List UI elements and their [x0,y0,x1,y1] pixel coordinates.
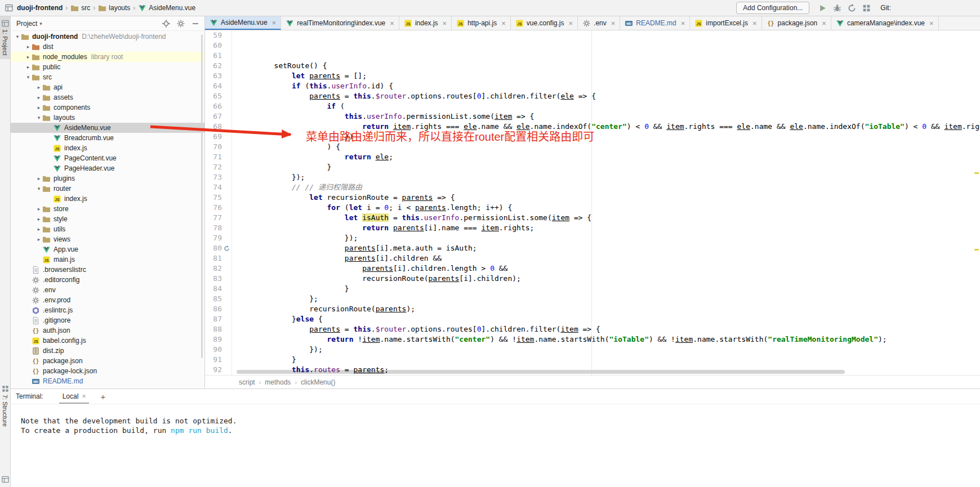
run-icon[interactable] [818,3,827,13]
tree-item-babel-config-js[interactable]: JSbabel.config.js [11,336,204,346]
tab-index-js[interactable]: JSindex.js× [399,16,452,30]
tool-window-button-structure[interactable]: 7: Structure [0,382,10,431]
tree-item-plugins[interactable]: ▸plugins [11,173,204,184]
chevron-right-icon[interactable]: ▸ [35,176,42,181]
tab-close-icon[interactable]: × [681,19,685,28]
line-number: 59 [213,30,222,41]
project-panel: Project ▾ ▾duoji-frontendD:\zheheWeb\duo… [11,16,205,388]
tool-windows-icon[interactable] [862,3,871,13]
chevron-right-icon[interactable]: ▸ [35,84,42,90]
tab-close-icon[interactable]: × [611,19,616,28]
tree-item-auth-json[interactable]: {}auth.json [11,325,204,336]
tree-item-env-prod[interactable]: .env.prod [11,295,204,305]
tab-vue-config-js[interactable]: JSvue.config.js× [511,16,578,30]
tree-item-assets[interactable]: ▸assets [11,92,204,102]
chevron-right-icon[interactable]: ▸ [25,64,32,70]
editor-breadcrumb-script[interactable]: script [239,378,255,386]
tree-item-editorconfig[interactable]: .editorconfig [11,275,204,285]
tab-close-icon[interactable]: × [501,19,506,28]
terminal-tab-close-icon[interactable]: × [82,392,86,400]
folder-icon [42,93,51,102]
tree-item-utils[interactable]: ▸utils [11,224,204,234]
project-tree-scrollbar[interactable] [201,34,203,358]
tree-item-api[interactable]: ▸api [11,82,204,92]
chevron-down-icon[interactable]: ▾ [14,34,21,39]
chevron-right-icon[interactable]: ▸ [35,216,42,222]
tab-cameramanage-index-vue[interactable]: cameraManage\index.vue× [831,16,939,30]
chevron-right-icon[interactable]: ▸ [35,105,42,110]
tool-window-button-project[interactable]: 1: Project [0,16,10,59]
editor-breadcrumb-methods[interactable]: methods [265,378,291,386]
chevron-right-icon[interactable]: ▸ [35,236,42,242]
tree-item-label: App.vue [54,245,78,253]
locate-icon[interactable] [162,19,171,28]
tree-item-store[interactable]: ▸store [11,204,204,214]
tree-item-gitignore[interactable]: .gitignore [11,315,204,325]
tree-item-dist[interactable]: ▸dist [11,42,204,52]
tree-item-components[interactable]: ▸components [11,102,204,113]
tree-item-package-lock-json[interactable]: {}package-lock.json [11,366,204,376]
tab-close-icon[interactable]: × [822,19,826,28]
sync-project-icon[interactable] [847,3,857,13]
tab-close-icon[interactable]: × [272,19,277,27]
chevron-right-icon[interactable]: ▸ [35,226,42,232]
breadcrumb-item-layouts[interactable]: layouts [98,4,130,12]
settings-icon[interactable] [176,19,185,28]
tab-close-icon[interactable]: × [568,19,573,28]
tree-item-asidemenu-vue[interactable]: AsideMenu.vue [11,123,204,133]
breadcrumb-item-asidemenu-vue[interactable]: AsideMenu.vue [138,4,195,12]
tree-item-layouts[interactable]: ▾layouts [11,113,204,123]
tree-item-node-modules[interactable]: ▸node_moduleslibrary root [11,52,204,62]
tree-item-src[interactable]: ▾src [11,72,204,82]
tree-item-app-vue[interactable]: App.vue [11,244,204,254]
tab-package-json[interactable]: {}package.json× [762,16,831,30]
hide-panel-icon[interactable] [191,19,200,28]
chevron-right-icon[interactable]: ▸ [25,54,32,60]
tree-item-dist-zip[interactable]: dist.zip [11,346,204,356]
tree-item-pagecontent-vue[interactable]: PageContent.vue [11,153,204,163]
tab-realtimemonitoring-index-vue[interactable]: realTimeMonitoring\index.vue× [281,16,399,30]
add-configuration-button[interactable]: Add Configuration... [736,2,809,14]
chevron-down-icon[interactable]: ▾ [35,115,42,120]
tool-window-switcher-icon[interactable] [1,475,10,484]
tree-item-breadcrumb-vue[interactable]: Breadcrumb.vue [11,133,204,143]
chevron-right-icon[interactable]: ▸ [35,206,42,212]
breadcrumb-item-duoji-frontend[interactable]: duoji-frontend [17,4,63,12]
tree-item-style[interactable]: ▸style [11,214,204,224]
terminal-tab-local[interactable]: Local × [59,390,90,404]
tab-importexcel-js[interactable]: JSimportExcel.js× [690,16,761,30]
terminal-output[interactable]: Note that the development build is not o… [11,404,980,487]
tree-item-package-json[interactable]: {}package.json [11,356,204,366]
chevron-right-icon[interactable]: ▸ [25,44,32,50]
chevron-down-icon[interactable]: ▾ [35,186,42,191]
chevron-right-icon[interactable]: ▸ [35,95,42,100]
code-editor[interactable]: 5960616263646566676869707172737475767778… [205,30,980,375]
tree-item-main-js[interactable]: JSmain.js [11,254,204,265]
tree-item-public[interactable]: ▸public [11,62,204,72]
tree-item-index-js[interactable]: JSindex.js [11,143,204,153]
tree-item-views[interactable]: ▸views [11,234,204,244]
zip-icon [32,347,40,355]
tab-http-api-js[interactable]: JShttp-api.js× [452,16,511,30]
tab-close-icon[interactable]: × [390,19,394,28]
tree-item-index-js[interactable]: JSindex.js [11,194,204,204]
tree-item-readme-md[interactable]: MDREADME.md [11,376,204,386]
tab-readme-md[interactable]: MDREADME.md× [620,16,690,30]
tab-asidemenu-vue[interactable]: AsideMenu.vue× [205,16,281,30]
tree-item-browserslistrc[interactable]: .browserslistrc [11,265,204,275]
breadcrumb-item-src[interactable]: src [70,4,90,12]
tab-close-icon[interactable]: × [929,19,934,28]
editor-breadcrumb-clickmenu[interactable]: clickMenu() [301,378,335,386]
tree-item-env[interactable]: .env [11,285,204,295]
new-terminal-button[interactable]: + [98,392,108,401]
tree-item-duoji-frontend[interactable]: ▾duoji-frontendD:\zheheWeb\duoji-fronten… [11,32,204,42]
project-view-selector[interactable]: Project ▾ [16,20,42,28]
tree-item-eslintrc-js[interactable]: .eslintrc.js [11,305,204,315]
tree-item-pageheader-vue[interactable]: PageHeader.vue [11,163,204,173]
debug-icon[interactable] [832,3,842,13]
tab-env[interactable]: .env× [578,16,620,30]
tab-close-icon[interactable]: × [443,19,447,28]
chevron-down-icon[interactable]: ▾ [25,74,32,80]
tree-item-router[interactable]: ▾router [11,184,204,194]
tab-close-icon[interactable]: × [752,19,757,28]
